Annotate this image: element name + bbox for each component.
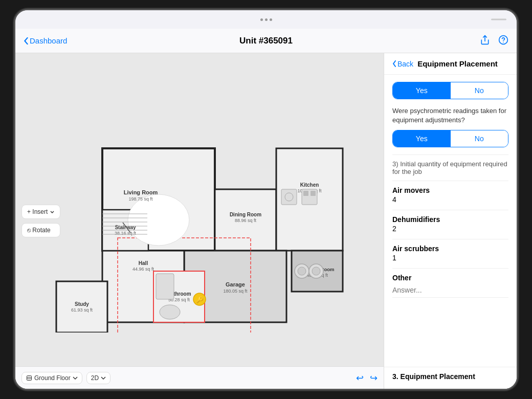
dehumidifiers-item: Dehumidifiers 2 [392, 215, 508, 233]
psychrometric-question: Were psychrometric readings taken for eq… [392, 106, 508, 125]
svg-text:44.96 sq ft: 44.96 sq ft [132, 267, 154, 272]
second-yes-button[interactable]: Yes [393, 130, 451, 147]
svg-rect-40 [303, 191, 308, 196]
section-number-label: 3. Equipment Placement [392, 372, 508, 381]
undo-redo: ↩ ↪ [356, 372, 378, 384]
svg-text:Garage: Garage [226, 281, 245, 287]
redo-button[interactable]: ↪ [370, 372, 378, 384]
view-label: 2D [91, 374, 99, 382]
svg-text:198.75 sq ft: 198.75 sq ft [128, 196, 153, 202]
air-movers-label: Air movers [392, 186, 508, 194]
svg-text:🔑: 🔑 [196, 296, 204, 303]
air-scrubbers-value: 1 [392, 254, 508, 262]
svg-point-50 [160, 305, 180, 319]
divider-5 [392, 268, 508, 269]
insert-label: + Insert [27, 208, 48, 215]
dehumidifiers-value: 2 [392, 225, 508, 233]
floor-plan-canvas: Living Room 198.75 sq ft Dining Room 88.… [15, 53, 384, 366]
svg-point-52 [298, 267, 306, 275]
floor-plan-area: + Insert ⎋ Rotate [15, 53, 384, 389]
svg-rect-37 [281, 189, 297, 205]
svg-rect-49 [156, 274, 174, 299]
svg-point-54 [312, 267, 320, 275]
other-answer-input[interactable] [392, 283, 508, 298]
share-button[interactable] [480, 35, 490, 47]
dashboard-back-button[interactable]: Dashboard [24, 36, 67, 45]
panel-title: Equipment Placement [417, 59, 498, 68]
help-button[interactable] [498, 35, 508, 47]
svg-rect-55 [27, 375, 32, 380]
rotate-button[interactable]: ⎋ Rotate [21, 223, 60, 237]
floor-label: Ground Floor [34, 374, 71, 382]
svg-text:Living Room: Living Room [124, 189, 158, 195]
divider-3 [392, 210, 508, 210]
divider-2 [392, 181, 508, 181]
svg-text:Study: Study [75, 301, 89, 307]
panel-back-label: Back [397, 60, 413, 68]
section-quantity-label: 3) Initial quantity of equipment require… [392, 160, 508, 175]
air-movers-item: Air movers 4 [392, 186, 508, 204]
svg-point-16 [128, 194, 189, 246]
view-dropdown[interactable]: 2D [86, 372, 110, 384]
page-title: Unit #365091 [239, 36, 293, 46]
floor-dropdown[interactable]: Ground Floor [21, 372, 82, 384]
svg-text:Stairway: Stairway [115, 225, 136, 230]
divider-4 [392, 239, 508, 239]
panel-back-button[interactable]: Back [392, 60, 413, 68]
top-bar [15, 10, 517, 29]
main-content: + Insert ⎋ Rotate [15, 53, 517, 389]
floor-selector: Ground Floor 2D [21, 372, 110, 384]
right-panel: Back Equipment Placement Yes No Were psy… [384, 53, 517, 389]
rotate-label: ⎋ Rotate [27, 227, 51, 234]
left-toolbar: + Insert ⎋ Rotate [21, 205, 60, 237]
svg-rect-41 [311, 191, 316, 196]
second-toggle-group: Yes No [392, 130, 508, 147]
dehumidifiers-label: Dehumidifiers [392, 215, 508, 224]
top-bar-line [491, 19, 506, 20]
air-scrubbers-label: Air scrubbers [392, 245, 508, 253]
svg-text:88.96 sq ft: 88.96 sq ft [235, 218, 257, 223]
panel-header: Back Equipment Placement [384, 53, 517, 75]
nav-actions [480, 35, 508, 47]
divider-1 [392, 154, 508, 155]
svg-rect-13 [56, 281, 107, 332]
other-item: Other [392, 274, 508, 298]
second-no-button[interactable]: No [451, 130, 508, 147]
first-yes-button[interactable]: Yes [393, 82, 451, 99]
back-label: Dashboard [30, 36, 67, 45]
undo-button[interactable]: ↩ [356, 372, 364, 384]
floor-plan-bottom: Ground Floor 2D ↩ ↪ [15, 366, 384, 389]
svg-text:61.93 sq ft: 61.93 sq ft [71, 307, 93, 313]
air-movers-value: 4 [392, 195, 508, 204]
first-toggle-group: Yes No [392, 82, 508, 99]
air-scrubbers-item: Air scrubbers 1 [392, 245, 508, 262]
panel-body: Yes No Were psychrometric readings taken… [384, 75, 517, 367]
other-label: Other [392, 274, 508, 282]
svg-text:Kitchen: Kitchen [300, 182, 319, 188]
insert-button[interactable]: + Insert [21, 205, 60, 219]
svg-text:Dining Room: Dining Room [230, 212, 261, 217]
first-no-button[interactable]: No [451, 82, 508, 99]
svg-text:38.16 sq ft: 38.16 sq ft [115, 231, 137, 236]
svg-text:Hall: Hall [139, 260, 148, 266]
nav-bar: Dashboard Unit #365091 [15, 29, 517, 53]
top-bar-dots [260, 18, 272, 21]
svg-text:180.05 sq ft: 180.05 sq ft [223, 289, 248, 294]
